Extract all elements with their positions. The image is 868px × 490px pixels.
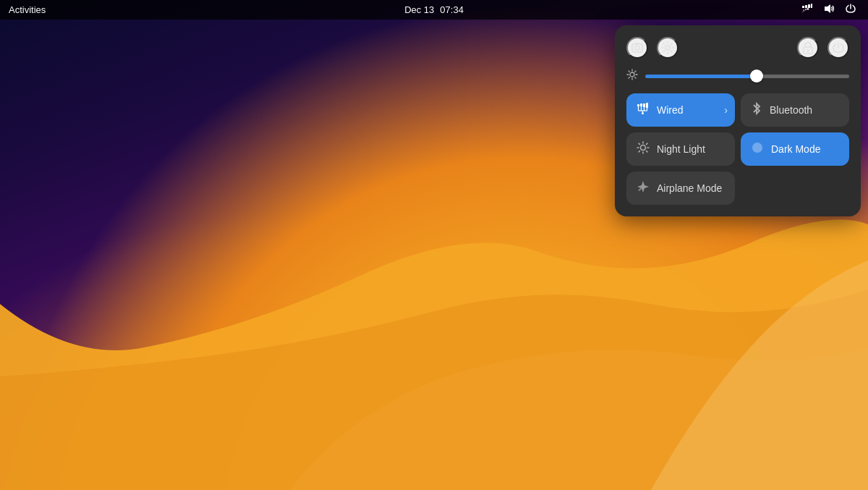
svg-rect-12 bbox=[639, 43, 640, 44]
volume-status-icon[interactable] bbox=[820, 1, 838, 18]
wired-label: Wired bbox=[657, 104, 684, 116]
airplane-mode-label: Airplane Mode bbox=[657, 182, 722, 194]
svg-rect-9 bbox=[632, 44, 642, 52]
brightness-slider[interactable] bbox=[645, 75, 849, 78]
svg-rect-28 bbox=[646, 103, 648, 108]
svg-point-13 bbox=[665, 46, 670, 50]
bluetooth-button[interactable]: Bluetooth bbox=[741, 93, 849, 127]
svg-line-43 bbox=[647, 143, 647, 144]
wired-arrow-icon: › bbox=[724, 104, 728, 116]
svg-marker-8 bbox=[825, 4, 830, 13]
topbar-time: 07:34 bbox=[440, 4, 464, 15]
topbar: Activities Dec 13 07:34 bbox=[0, 0, 868, 20]
network-status-icon[interactable] bbox=[799, 1, 816, 18]
svg-line-24 bbox=[629, 77, 629, 78]
brightness-low-icon bbox=[626, 69, 638, 83]
svg-rect-11 bbox=[635, 43, 638, 44]
dark-mode-button[interactable]: Dark Mode bbox=[741, 132, 849, 166]
power-status-icon[interactable] bbox=[842, 1, 859, 18]
svg-point-35 bbox=[642, 112, 644, 114]
wired-icon bbox=[637, 102, 650, 118]
topbar-date: Dec 13 bbox=[404, 4, 434, 15]
svg-rect-3 bbox=[811, 4, 812, 8]
svg-point-45 bbox=[752, 143, 762, 153]
night-light-label: Night Light bbox=[657, 143, 705, 155]
airplane-icon bbox=[637, 180, 650, 196]
svg-line-23 bbox=[635, 71, 636, 72]
svg-point-10 bbox=[635, 46, 639, 51]
wired-button[interactable]: Wired › bbox=[626, 93, 735, 127]
power-button[interactable] bbox=[827, 37, 849, 59]
settings-button[interactable] bbox=[657, 37, 678, 59]
dark-mode-icon bbox=[751, 141, 764, 157]
svg-line-41 bbox=[639, 143, 639, 144]
quick-settings-panel: Wired › Bluetooth bbox=[615, 25, 861, 216]
screenshot-button[interactable] bbox=[626, 37, 648, 59]
svg-line-22 bbox=[635, 77, 636, 78]
svg-rect-27 bbox=[643, 104, 645, 107]
svg-rect-0 bbox=[802, 6, 804, 8]
airplane-mode-button[interactable]: Airplane Mode bbox=[626, 172, 735, 205]
bluetooth-label: Bluetooth bbox=[770, 104, 812, 116]
svg-line-44 bbox=[639, 151, 639, 152]
night-light-icon bbox=[637, 141, 650, 157]
svg-rect-25 bbox=[637, 104, 639, 106]
svg-rect-1 bbox=[805, 5, 807, 8]
svg-point-36 bbox=[641, 145, 646, 151]
bluetooth-icon bbox=[751, 102, 762, 118]
svg-point-15 bbox=[807, 50, 809, 52]
svg-line-21 bbox=[629, 71, 629, 72]
svg-point-16 bbox=[630, 72, 634, 77]
night-light-button[interactable]: Night Light bbox=[626, 132, 735, 166]
activities-button[interactable]: Activities bbox=[9, 4, 46, 15]
lock-button[interactable] bbox=[797, 37, 819, 59]
svg-rect-26 bbox=[640, 104, 642, 106]
svg-line-42 bbox=[647, 151, 647, 152]
dark-mode-label: Dark Mode bbox=[771, 143, 820, 155]
